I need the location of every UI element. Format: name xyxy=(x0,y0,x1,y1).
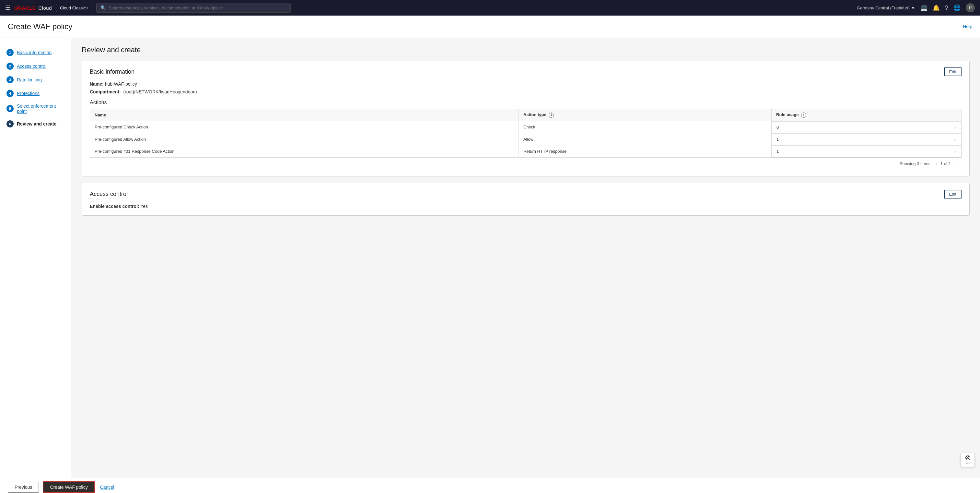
action-type-info-icon[interactable]: i xyxy=(549,113,554,118)
step-num-5: 5 xyxy=(6,105,14,112)
globe-icon[interactable]: 🌐 xyxy=(953,4,961,11)
col-name: Name xyxy=(90,109,519,121)
expand-row-1[interactable]: ⌄ xyxy=(953,125,956,129)
actions-table: Name Action type i Rule usage i xyxy=(90,108,961,158)
bottom-bar: Previous Create WAF policy Cancel xyxy=(0,478,980,493)
help-widget-dots: ⋯ xyxy=(966,461,970,465)
top-navigation: ☰ ORACLE Cloud Cloud Classic › 🔍 Germany… xyxy=(0,0,980,16)
search-input[interactable] xyxy=(108,5,286,10)
pagination-next-button[interactable]: › xyxy=(953,161,957,167)
access-control-edit-button[interactable]: Edit xyxy=(944,190,961,198)
enable-access-control-value: Yes xyxy=(140,204,148,209)
review-section-title: Review and create xyxy=(82,46,970,54)
step-protections[interactable]: 4 Protections xyxy=(0,86,71,100)
pagination-prev-button[interactable]: ‹ xyxy=(934,161,939,167)
content-area: Review and create Basic information Edit… xyxy=(71,38,980,478)
step-label-rate-limiting: Rate limiting xyxy=(17,77,42,82)
access-control-card-header: Access control Edit xyxy=(82,183,969,198)
stepper-sidebar: 1 Basic information 2 Access control 3 R… xyxy=(0,38,71,478)
table-row: Pre-configured Check Action Check 0 ⌄ xyxy=(90,121,961,133)
notification-icon[interactable]: 🔔 xyxy=(933,4,940,11)
name-label: Name: xyxy=(90,81,104,86)
table-row: Pre-configured Allow Action Allow 1 ⌄ xyxy=(90,133,961,145)
step-label-access-control: Access control xyxy=(17,64,46,69)
step-access-control[interactable]: 2 Access control xyxy=(0,59,71,73)
actions-table-body: Pre-configured Check Action Check 0 ⌄ Pr… xyxy=(90,121,961,157)
action-name-3: Pre-configured 401 Response Code Action xyxy=(90,145,519,158)
step-label-basic-information: Basic information xyxy=(17,50,51,55)
compartment-row: Compartment: (root)/NETWORK/IwanHoogendo… xyxy=(90,89,961,94)
step-num-6: 6 xyxy=(6,120,14,128)
step-label-protections: Protections xyxy=(17,91,40,96)
expand-row-3[interactable]: ⌄ xyxy=(953,149,956,153)
access-control-title: Access control xyxy=(90,191,128,198)
basic-info-card-header: Basic information Edit xyxy=(82,61,969,76)
basic-info-edit-button[interactable]: Edit xyxy=(944,67,961,76)
rule-usage-2: 1 ⌄ xyxy=(772,133,961,145)
oracle-logo: ORACLE Cloud xyxy=(14,5,52,11)
search-bar[interactable]: 🔍 xyxy=(96,3,291,13)
step-num-2: 2 xyxy=(6,62,14,70)
cancel-button[interactable]: Cancel xyxy=(99,482,116,492)
compartment-value: (root)/NETWORK/IwanHoogendoorn xyxy=(122,89,197,94)
col-action-type: Action type i xyxy=(519,109,771,121)
rule-usage-3: 1 ⌄ xyxy=(772,145,961,157)
pagination-page: 1 of 1 xyxy=(940,161,951,166)
actions-title: Actions xyxy=(90,100,961,105)
code-icon[interactable]: 💻 xyxy=(920,4,928,11)
actions-table-header-row: Name Action type i Rule usage i xyxy=(90,109,961,121)
col-rule-usage: Rule usage i xyxy=(772,109,961,121)
user-avatar[interactable]: U xyxy=(966,3,975,12)
step-basic-information[interactable]: 1 Basic information xyxy=(0,46,71,59)
search-icon: 🔍 xyxy=(100,5,106,10)
region-selector[interactable]: Germany Central (Frankfurt) ▼ xyxy=(857,5,915,10)
showing-items: Showing 3 items xyxy=(900,161,931,166)
basic-info-card-body: Name: hub-WAF-policy Compartment: (root)… xyxy=(82,76,969,176)
action-type-3: Return HTTP response xyxy=(519,145,771,158)
expand-row-2[interactable]: ⌄ xyxy=(953,137,956,141)
step-label-select-enforcement-point: Select enforcement point xyxy=(17,104,65,114)
create-waf-policy-button[interactable]: Create WAF policy xyxy=(43,481,95,493)
step-rate-limiting[interactable]: 3 Rate limiting xyxy=(0,73,71,86)
basic-information-card: Basic information Edit Name: hub-WAF-pol… xyxy=(82,61,970,176)
actions-table-head: Name Action type i Rule usage i xyxy=(90,109,961,121)
step-label-review-and-create: Review and create xyxy=(17,121,56,126)
page-title: Create WAF policy xyxy=(8,22,72,31)
rule-usage-1: 0 ⌄ xyxy=(772,121,961,133)
action-name-2: Pre-configured Allow Action xyxy=(90,133,519,145)
enable-access-control-row: Enable access control: Yes xyxy=(90,204,961,209)
name-value: hub-WAF-policy xyxy=(105,81,137,86)
action-type-1: Check xyxy=(519,121,771,133)
compartment-label: Compartment: xyxy=(90,89,121,94)
help-widget-icon: 🛠 xyxy=(965,455,970,461)
help-widget[interactable]: 🛠 ⋯ xyxy=(961,453,975,467)
step-review-and-create[interactable]: 6 Review and create xyxy=(0,117,71,131)
step-num-1: 1 xyxy=(6,49,14,56)
enable-access-control-label: Enable access control: xyxy=(90,204,139,209)
access-control-card-body: Enable access control: Yes xyxy=(82,198,969,215)
access-control-card: Access control Edit Enable access contro… xyxy=(82,183,970,216)
main-layout: 1 Basic information 2 Access control 3 R… xyxy=(0,38,980,478)
nav-right-section: Germany Central (Frankfurt) ▼ 💻 🔔 ? 🌐 U xyxy=(857,3,975,12)
page-header: Create WAF policy Help xyxy=(0,16,980,38)
rule-usage-info-icon[interactable]: i xyxy=(801,113,806,118)
pagination-controls: ‹ 1 of 1 › xyxy=(934,161,957,167)
previous-button[interactable]: Previous xyxy=(8,482,39,493)
help-link[interactable]: Help xyxy=(963,24,972,29)
table-row: Pre-configured 401 Response Code Action … xyxy=(90,145,961,158)
action-type-2: Allow xyxy=(519,133,771,145)
step-select-enforcement-point[interactable]: 5 Select enforcement point xyxy=(0,100,71,117)
table-footer: Showing 3 items ‹ 1 of 1 › xyxy=(90,158,961,170)
basic-info-title: Basic information xyxy=(90,69,135,75)
name-row: Name: hub-WAF-policy xyxy=(90,81,961,86)
hamburger-icon[interactable]: ☰ xyxy=(5,4,10,11)
help-icon[interactable]: ? xyxy=(945,5,948,11)
action-name-1: Pre-configured Check Action xyxy=(90,121,519,133)
step-num-4: 4 xyxy=(6,90,14,97)
step-num-3: 3 xyxy=(6,76,14,83)
chevron-down-icon: ▼ xyxy=(911,5,915,10)
cloud-classic-button[interactable]: Cloud Classic › xyxy=(56,4,92,12)
